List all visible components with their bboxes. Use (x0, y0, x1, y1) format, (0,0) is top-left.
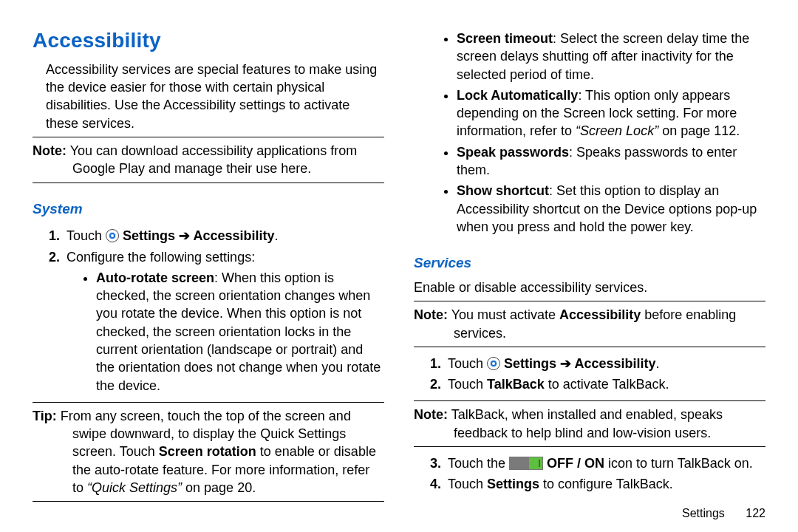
page-footer: Settings 122 (682, 505, 765, 522)
accessibility-label: Accessibility (190, 228, 274, 243)
services-intro: Enable or disable accessibility services… (414, 279, 765, 296)
quick-settings-ref: “Quick Settings” (87, 480, 182, 495)
right-column: Screen timeout: Select the screen delay … (399, 27, 765, 523)
note-label: Note: (33, 143, 66, 158)
bullet-lock-automatically: Lock Automatically: This option only app… (457, 86, 765, 140)
off-on-toggle-icon (509, 457, 543, 470)
period: . (274, 228, 278, 243)
step-text-2: to configure TalkBack. (539, 477, 673, 491)
left-column: Accessibility Accessibility services are… (33, 27, 399, 523)
off-on-label: OFF / ON (547, 456, 604, 471)
note-download-apps: Note: You can download accessibility app… (33, 137, 384, 183)
system-bullets-continued: Screen timeout: Select the screen delay … (414, 30, 765, 239)
note-talkback-feedback: Note: TalkBack, when installed and enabl… (414, 400, 765, 447)
step-text: Touch (448, 356, 487, 371)
note-body: TalkBack, when installed and enabled, sp… (448, 407, 723, 440)
period: . (655, 356, 659, 371)
page-title: Accessibility (33, 27, 384, 55)
services-steps-b: Touch the OFF / ON icon to turn TalkBack… (414, 454, 765, 497)
lock-auto-label: Lock Automatically (457, 88, 578, 103)
auto-rotate-body: : When this option is checked, the scree… (96, 270, 381, 393)
screen-rotation-label: Screen rotation (159, 444, 256, 459)
step-text: Touch (448, 477, 487, 491)
system-step-2: Configure the following settings: Auto-r… (64, 248, 384, 395)
services-step-4: Touch Settings to configure TalkBack. (445, 475, 765, 493)
arrow-icon: ➔ (179, 228, 190, 243)
lock-auto-body-2: on page 112. (658, 123, 740, 138)
settings-path-label: Settings (504, 356, 560, 371)
step-text: Touch (66, 228, 106, 243)
intro-paragraph: Accessibility services are special featu… (33, 61, 384, 132)
bullet-show-shortcut: Show shortcut: Set this option to displa… (457, 182, 765, 236)
show-shortcut-label: Show shortcut (457, 183, 549, 198)
settings-gear-icon (487, 357, 500, 370)
services-steps-a: Touch Settings ➔ Accessibility. Touch Ta… (414, 355, 765, 397)
accessibility-label: Accessibility (571, 356, 655, 371)
step-text: Touch (448, 377, 487, 392)
tip-label: Tip: (33, 409, 57, 423)
step-text: Touch the (448, 456, 509, 471)
note-activate-accessibility: Note: You must activate Accessibility be… (414, 301, 765, 347)
tip-quick-settings: Tip: From any screen, touch the top of t… (33, 402, 384, 502)
system-heading: System (33, 200, 384, 219)
screen-timeout-label: Screen timeout (457, 31, 553, 46)
system-bullets: Auto-rotate screen: When this option is … (66, 269, 384, 395)
note-body: You can download accessibility applicati… (66, 143, 357, 176)
arrow-icon: ➔ (560, 356, 571, 371)
settings-path-label: Settings (123, 228, 179, 243)
footer-section-label: Settings (682, 507, 725, 519)
step-text: Configure the following settings: (66, 250, 255, 265)
step-text-2: icon to turn TalkBack on. (604, 456, 753, 471)
system-steps: Touch Settings ➔ Accessibility. Configur… (33, 227, 384, 398)
speak-passwords-label: Speak passwords (457, 145, 569, 160)
talkback-label: TalkBack (487, 377, 545, 392)
note-label: Note: (414, 307, 448, 322)
tip-body-3: on page 20. (182, 480, 256, 495)
services-step-3: Touch the OFF / ON icon to turn TalkBack… (445, 454, 765, 472)
step-text-2: to activate TalkBack. (545, 377, 669, 392)
note-label: Note: (414, 407, 448, 422)
bullet-screen-timeout: Screen timeout: Select the screen delay … (457, 30, 765, 83)
footer-page-number: 122 (746, 507, 765, 519)
settings-bold: Settings (487, 477, 539, 491)
services-step-2: Touch TalkBack to activate TalkBack. (445, 375, 765, 393)
screen-lock-ref: “Screen Lock” (576, 123, 658, 138)
system-step-1: Touch Settings ➔ Accessibility. (64, 227, 384, 245)
settings-gear-icon (106, 229, 119, 242)
services-step-1: Touch Settings ➔ Accessibility. (445, 355, 765, 372)
accessibility-bold: Accessibility (559, 307, 641, 322)
auto-rotate-label: Auto-rotate screen (96, 270, 214, 285)
bullet-speak-passwords: Speak passwords: Speaks passwords to ent… (457, 143, 765, 180)
services-heading: Services (414, 253, 765, 273)
bullet-auto-rotate: Auto-rotate screen: When this option is … (96, 269, 384, 395)
note-body-1: You must activate (448, 307, 559, 322)
